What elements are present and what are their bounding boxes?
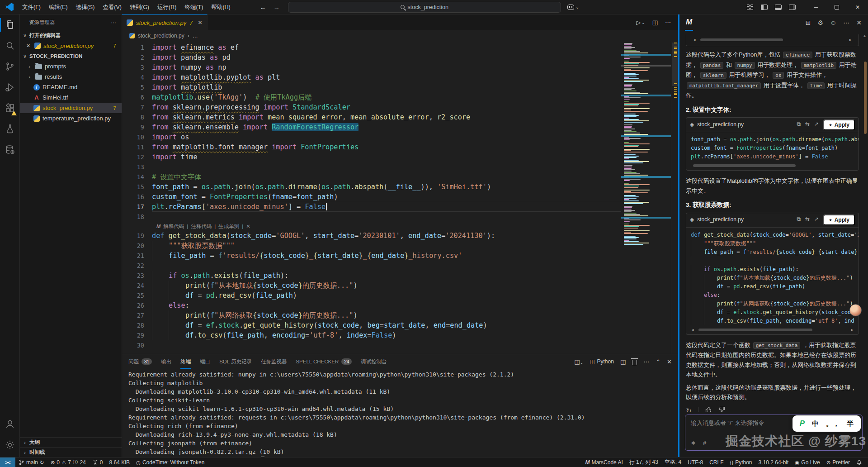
notifications-item[interactable]: [853, 457, 865, 467]
menu-item-5[interactable]: 运行(R): [153, 2, 180, 12]
codelens-1[interactable]: 注释代码: [191, 221, 212, 231]
ai-chat-content[interactable]: ◂▸这段代码导入了多个Python库，包括 efinance 用于获取股票数据，…: [679, 31, 868, 412]
maximize-button[interactable]: [826, 0, 847, 14]
scroll-thumb[interactable]: [698, 329, 812, 331]
panel-tab-4[interactable]: SQL 历史记录: [219, 354, 252, 369]
activitybar-source-control[interactable]: [0, 56, 20, 77]
new-chat-icon[interactable]: ⊞: [806, 19, 811, 26]
tree-item-README.md[interactable]: iREADME.md: [20, 82, 122, 92]
open-file-icon[interactable]: ↗: [814, 214, 819, 225]
marscode-logo[interactable]: M: [686, 18, 692, 28]
activitybar-database[interactable]: [0, 139, 20, 160]
context-hash-icon[interactable]: #: [703, 439, 706, 446]
panel-tab-7[interactable]: 调试控制台: [361, 354, 387, 369]
menu-item-0[interactable]: 文件(F): [18, 2, 45, 12]
panel-tab-1[interactable]: 输出: [161, 354, 171, 369]
scroll-up-icon[interactable]: ▲: [863, 33, 867, 38]
close-icon[interactable]: ✕: [26, 43, 32, 49]
panel-tab-0[interactable]: 问题31: [128, 354, 152, 369]
insert-icon[interactable]: ⇆: [805, 214, 810, 225]
activitybar-run-debug[interactable]: [0, 77, 20, 98]
scroll-thumb[interactable]: [700, 38, 783, 41]
copy-icon[interactable]: ⧉: [797, 214, 801, 225]
maximize-panel-icon[interactable]: ⌃: [656, 358, 660, 365]
remote-indicator[interactable]: ><: [0, 457, 15, 467]
split-terminal-icon[interactable]: ◫: [620, 358, 626, 365]
activitybar-testing[interactable]: [0, 119, 20, 139]
toggle-secondary-sidebar-icon[interactable]: [789, 5, 796, 10]
apply-button[interactable]: ⋆Apply: [823, 119, 855, 130]
close-ai-panel-icon[interactable]: ✕: [856, 19, 862, 26]
command-center-search[interactable]: stock_prediction: [288, 2, 561, 13]
editor-more-actions-icon[interactable]: ⋯: [665, 19, 671, 26]
interpreter-item[interactable]: 3.10.2 64-bit: [755, 457, 792, 467]
close-panel-icon[interactable]: ✕: [667, 358, 672, 365]
encoding-item[interactable]: UTF-8: [684, 457, 706, 467]
horizontal-scrollbar[interactable]: [690, 163, 855, 168]
minimap[interactable]: [621, 41, 671, 354]
tree-item-SimHei.ttf[interactable]: ASimHei.ttf: [20, 92, 122, 103]
tree-item-stock_prediction.py[interactable]: stock_prediction.py7: [20, 103, 122, 113]
language-item[interactable]: {}Python: [727, 457, 755, 467]
minimize-button[interactable]: ─: [806, 0, 826, 14]
problems-item[interactable]: ⊗0 ⚠7 ⓘ24: [47, 457, 89, 467]
open-editor-item[interactable]: ✕ stock_prediction.py 7: [20, 40, 122, 51]
menu-item-4[interactable]: 转到(G): [126, 2, 153, 12]
history-forward-icon[interactable]: →: [274, 4, 280, 11]
scroll-left-icon[interactable]: ◂: [690, 325, 695, 335]
terminal-output[interactable]: Requirement already satisfied: numpy in …: [122, 369, 678, 457]
menu-item-6[interactable]: 终端(T): [180, 2, 207, 12]
thumbs-up-icon[interactable]: [705, 406, 712, 412]
golive-item[interactable]: ◉Go Live: [792, 457, 823, 467]
codelens-2[interactable]: 生成单测: [218, 221, 239, 231]
editor-scrollbar[interactable]: [671, 41, 678, 354]
breadcrumb[interactable]: stock_prediction.py › …: [122, 30, 678, 41]
terminal-instance[interactable]: ◫Python: [590, 358, 614, 365]
scroll-thumb[interactable]: [693, 164, 795, 167]
eol-item[interactable]: CRLF: [706, 457, 726, 467]
open-file-icon[interactable]: ↗: [814, 119, 819, 130]
scroll-right-icon[interactable]: ▸: [849, 325, 855, 335]
copy-icon[interactable]: ⧉: [797, 119, 801, 130]
ports-item[interactable]: 0: [89, 457, 106, 467]
panel-more-icon[interactable]: ⋯: [643, 358, 649, 365]
prettier-item[interactable]: ⊘Prettier: [823, 457, 853, 467]
menu-item-3[interactable]: 查看(V): [99, 2, 126, 12]
toggle-panel-icon[interactable]: [775, 5, 782, 10]
regenerate-icon[interactable]: ↻: [686, 406, 692, 412]
close-tab-icon[interactable]: ✕: [198, 19, 203, 26]
horizontal-scrollbar[interactable]: ◂▸: [690, 327, 855, 333]
kill-terminal-icon[interactable]: [632, 360, 637, 365]
codelens-close-icon[interactable]: ✕: [246, 221, 250, 231]
panel-tab-3[interactable]: 端口: [200, 354, 210, 369]
activitybar-settings[interactable]: [0, 434, 20, 455]
close-window-button[interactable]: ✕: [847, 0, 868, 14]
indentation-item[interactable]: 空格: 4: [661, 457, 684, 467]
ai-more-icon[interactable]: ⋯: [843, 19, 849, 26]
menu-item-7[interactable]: 帮助(H): [207, 2, 234, 12]
thumbs-down-icon[interactable]: [718, 406, 726, 412]
copilot-button[interactable]: ⌄: [567, 5, 579, 10]
feedback-icon[interactable]: ☺: [830, 19, 836, 26]
more-actions-icon[interactable]: ⋯: [111, 19, 117, 26]
prompt-icon[interactable]: ∗: [691, 439, 696, 446]
toggle-sidebar-icon[interactable]: [761, 5, 768, 10]
activitybar-account[interactable]: [0, 414, 20, 434]
horizontal-scrollbar[interactable]: ◂▸: [692, 37, 853, 43]
tree-item-temperature_prediction.py[interactable]: temperature_prediction.py: [20, 113, 122, 124]
scroll-left-icon[interactable]: ◂: [692, 35, 697, 45]
settings-gear-icon[interactable]: ⚙: [817, 19, 823, 26]
activitybar-search[interactable]: [0, 35, 20, 56]
scroll-right-icon[interactable]: ▸: [848, 35, 853, 45]
codetime-item[interactable]: ◷ CodeTime: Without Token: [133, 457, 208, 467]
menu-item-1[interactable]: 编辑(E): [45, 2, 72, 12]
open-editors-section[interactable]: ∨ 打开的编辑器: [20, 30, 122, 40]
timeline-section[interactable]: › 时间线: [20, 447, 122, 457]
code-editor[interactable]: 1import efinance as ef2import pandas as …: [122, 41, 678, 354]
project-root[interactable]: ∨ STOCK_PREDICTION: [20, 51, 122, 61]
apply-button[interactable]: ⋆Apply: [823, 214, 855, 225]
git-branch-item[interactable]: main ↻: [15, 457, 47, 467]
panel-tab-2[interactable]: 终端: [180, 354, 191, 369]
menu-item-2[interactable]: 选择(S): [72, 2, 99, 12]
insert-icon[interactable]: ⇆: [805, 119, 810, 130]
